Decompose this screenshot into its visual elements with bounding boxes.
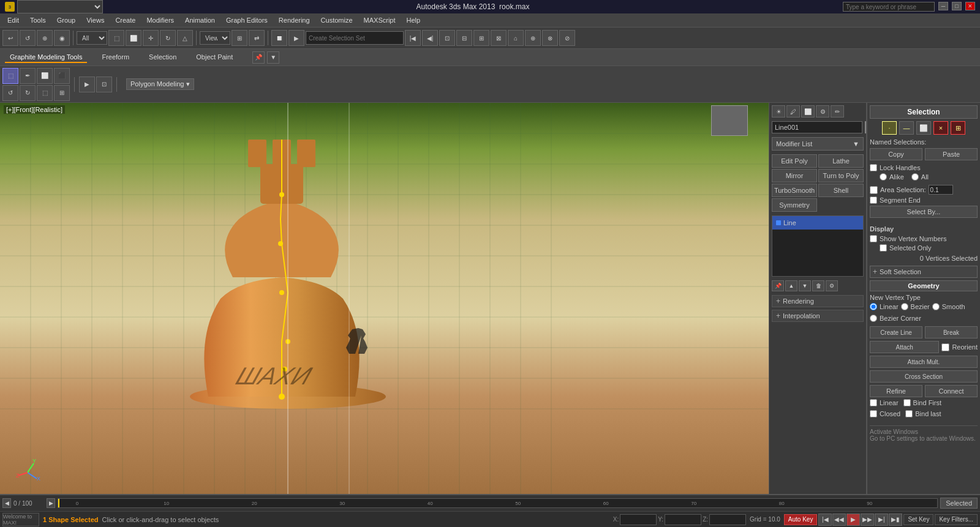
sc-up[interactable]: ▲ xyxy=(785,280,797,291)
break-btn[interactable]: Break xyxy=(925,326,978,338)
menu-animation[interactable]: Animation xyxy=(180,15,220,25)
tl-btn-prev[interactable]: ◀ xyxy=(2,498,11,508)
workspace-dropdown[interactable] xyxy=(17,0,103,13)
tb-extra3[interactable]: ⊡ xyxy=(439,30,455,46)
toolbar-btn-3[interactable]: ⊕ xyxy=(37,30,53,46)
key-filters-btn[interactable]: Key Filters... xyxy=(935,514,978,525)
connect-btn[interactable]: Connect xyxy=(925,385,978,397)
auto-key-btn[interactable]: Auto Key xyxy=(784,514,818,525)
select-by-button[interactable]: Select By... xyxy=(870,206,978,218)
object-color-swatch[interactable] xyxy=(865,121,866,133)
sc-delete[interactable]: 🗑 xyxy=(812,280,824,291)
select-region-btn[interactable]: ⬜ xyxy=(126,30,141,46)
graphite-arrow-btn[interactable]: ▼ xyxy=(267,51,279,64)
poly-modeling-dropdown[interactable]: Polygon Modeling ▾ xyxy=(126,78,194,90)
paste-btn[interactable]: Paste xyxy=(925,148,978,160)
linear-checkbox[interactable] xyxy=(870,399,877,406)
menu-create[interactable]: Create xyxy=(110,15,140,25)
gt-btn-2[interactable]: ✒ xyxy=(20,68,36,84)
prev-key-btn[interactable]: ◀◀ xyxy=(832,514,846,526)
close-button[interactable]: ✕ xyxy=(965,2,975,10)
area-selection-value[interactable] xyxy=(929,185,953,195)
mod-tb-3[interactable]: ⬜ xyxy=(801,105,815,118)
menu-edit[interactable]: Edit xyxy=(2,15,24,25)
mirror-btn[interactable]: ⇄ xyxy=(249,30,265,46)
toolbar-btn-2[interactable]: ↺ xyxy=(20,30,36,46)
prev-frame-btn[interactable]: |◀ xyxy=(818,514,832,526)
bind-last-checkbox[interactable] xyxy=(905,410,913,417)
tb-extra4[interactable]: ⊟ xyxy=(456,30,472,46)
next-frame-btn[interactable]: ▶| xyxy=(875,514,888,526)
gt-btn-5[interactable]: ↺ xyxy=(2,85,18,101)
btn-turn-to-poly[interactable]: Turn to Poly xyxy=(818,169,864,182)
select-rotate-btn[interactable]: ↻ xyxy=(160,30,176,46)
gt-btn-7[interactable]: ⬚ xyxy=(37,85,53,101)
tb-extra1[interactable]: |◀ xyxy=(405,30,421,46)
menu-tools[interactable]: Tools xyxy=(25,15,51,25)
rendering-header[interactable]: + Rendering xyxy=(772,296,863,307)
gt-btn-10[interactable]: ⊡ xyxy=(96,77,112,92)
create-line-btn[interactable]: Create Line xyxy=(870,326,922,338)
gt-btn-3[interactable]: ⬜ xyxy=(37,68,53,84)
selected-only-checkbox[interactable] xyxy=(880,244,887,252)
maximize-button[interactable]: □ xyxy=(952,2,962,10)
timeline-track[interactable]: 0 10 20 30 40 50 60 70 80 90 xyxy=(58,498,938,508)
tb-extra5[interactable]: ⊞ xyxy=(473,30,489,46)
toolbar-btn-4[interactable]: ◉ xyxy=(54,30,70,46)
btn-shell[interactable]: Shell xyxy=(818,184,864,197)
sc-config[interactable]: ⚙ xyxy=(826,280,838,291)
interpolation-header[interactable]: + Interpolation xyxy=(772,310,863,321)
stack-item-line[interactable]: Line xyxy=(772,216,863,230)
bezier-radio[interactable] xyxy=(901,303,908,310)
tb-extra6[interactable]: ⊠ xyxy=(491,30,507,46)
gt-btn-6[interactable]: ↻ xyxy=(20,85,36,101)
menu-maxscript[interactable]: MAXScript xyxy=(359,15,401,25)
tab-freeform[interactable]: Freeform xyxy=(97,52,134,63)
btn-lathe[interactable]: Lathe xyxy=(818,154,864,168)
soft-selection-header[interactable]: + Soft Selection xyxy=(870,266,978,278)
segment-end-checkbox[interactable] xyxy=(870,196,877,204)
snap-btn[interactable]: ⊞ xyxy=(232,30,247,46)
refine-btn[interactable]: Refine xyxy=(870,385,922,397)
gt-btn-8[interactable]: ⊞ xyxy=(54,85,70,101)
search-input[interactable] xyxy=(843,2,935,12)
sel-icon-vertex[interactable]: · xyxy=(882,121,897,135)
bezier-corner-radio[interactable] xyxy=(870,315,877,322)
attach-mult-btn[interactable]: Attach Mult. xyxy=(870,356,978,368)
select-btn[interactable]: ⬚ xyxy=(108,30,124,46)
lock-handles-checkbox[interactable] xyxy=(870,164,877,171)
btn-symmetry[interactable]: Symmetry xyxy=(772,198,817,212)
sel-icon-border[interactable]: ⬜ xyxy=(916,121,931,135)
menu-rendering[interactable]: Rendering xyxy=(274,15,315,25)
reorient-checkbox[interactable] xyxy=(941,343,949,351)
closed-checkbox[interactable] xyxy=(870,410,877,417)
x-coord-input[interactable] xyxy=(620,514,657,525)
sel-icon-red2[interactable]: ⊞ xyxy=(951,121,965,135)
sel-icon-red1[interactable]: × xyxy=(933,121,948,135)
copy-btn[interactable]: Copy xyxy=(870,148,922,160)
filter-dropdown[interactable]: All xyxy=(77,31,107,45)
btn-mirror[interactable]: Mirror xyxy=(772,169,817,182)
menu-views[interactable]: Views xyxy=(81,15,109,25)
alike-radio[interactable] xyxy=(880,173,887,181)
gt-btn-4[interactable]: ⬛ xyxy=(54,68,70,84)
select-move-btn[interactable]: ✛ xyxy=(143,30,159,46)
tb-extra8[interactable]: ⊕ xyxy=(525,30,541,46)
create-selection-input[interactable] xyxy=(306,31,404,45)
tb-extra9[interactable]: ⊗ xyxy=(542,30,558,46)
bind-first-checkbox[interactable] xyxy=(903,399,911,406)
gt-btn-9[interactable]: ▶ xyxy=(79,77,95,92)
all-radio[interactable] xyxy=(911,173,919,181)
gt-btn-1[interactable]: ⬚ xyxy=(2,68,18,84)
mod-tb-5[interactable]: ✏ xyxy=(831,105,844,118)
cross-section-btn[interactable]: Cross Section xyxy=(870,370,978,383)
render-btn[interactable]: 🔲 xyxy=(271,30,287,46)
linear-radio[interactable] xyxy=(870,303,877,310)
sc-pin[interactable]: 📌 xyxy=(772,280,784,291)
menu-graph-editors[interactable]: Graph Editors xyxy=(221,15,273,25)
attach-btn[interactable]: Attach xyxy=(870,341,939,353)
tb-extra7[interactable]: ⌂ xyxy=(508,30,524,46)
area-selection-checkbox[interactable] xyxy=(870,186,878,194)
menu-help[interactable]: Help xyxy=(402,15,426,25)
tb-extra10[interactable]: ⊘ xyxy=(559,30,575,46)
